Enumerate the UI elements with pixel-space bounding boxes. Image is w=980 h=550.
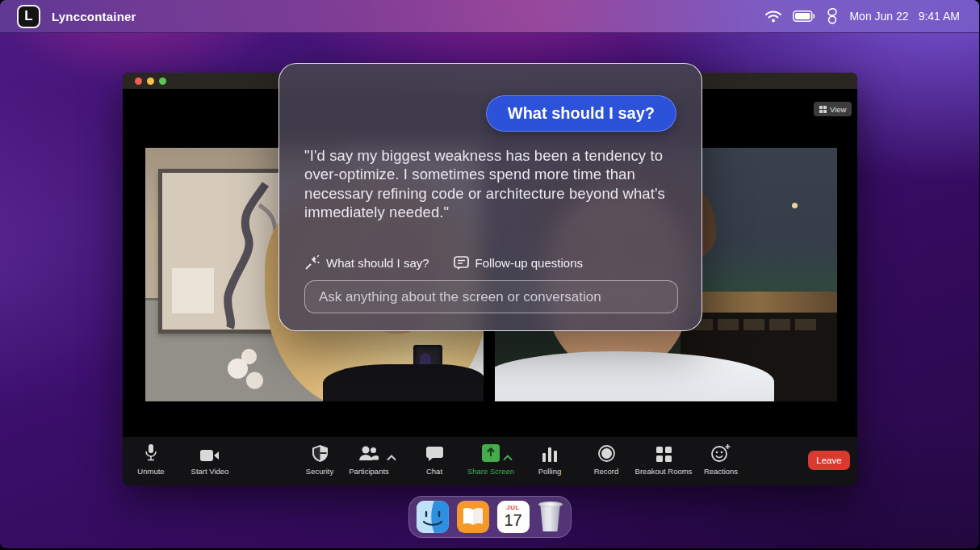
action-label: What should I say? [326,256,429,270]
person-sweater [323,364,484,401]
share-screen-icon [482,444,500,462]
toolbar-label: Participants [349,467,389,476]
calendar-icon[interactable]: JUL 17 [497,501,530,533]
toolbar-label: Chat [426,467,442,476]
polling-bars-icon [542,444,557,462]
menu-bar: L Lynccontainer Mon [0,0,979,33]
chat-button[interactable]: Chat [404,444,465,476]
books-icon[interactable] [457,501,489,533]
unmute-button[interactable]: Unmute [123,444,182,476]
trash-rim [538,502,563,507]
toolbar-label: Polling [538,467,562,476]
ask-anything-input[interactable] [304,280,678,313]
app-name: Lynccontainer [52,10,136,23]
start-video-button[interactable]: Start Video [179,444,241,476]
what-should-i-say-action[interactable]: What should I say? [305,255,429,270]
trash-body [539,504,562,531]
app-logo-letter: L [24,8,32,24]
participants-icon [359,444,379,462]
zoom-toolbar: Unmute Start Video Security [123,437,857,485]
toolbar-label: Share Screen [467,467,514,476]
app-logo[interactable]: L [17,5,40,28]
screen: Zoom Meeting [0,0,980,550]
breakout-rooms-button[interactable]: Breakout Rooms [633,444,694,476]
user-switch-icon[interactable] [827,8,838,24]
wifi-icon[interactable] [765,10,781,23]
follow-up-chat-icon [454,256,469,270]
view-button[interactable]: View [814,102,852,116]
share-screen-chevron-icon[interactable] [503,450,513,464]
record-circle-icon [598,444,615,462]
menu-bar-time[interactable]: 9:41 AM [919,10,960,23]
flowers-decor [218,342,274,401]
assistant-actions-row: What should I say? Follow-up questions [305,255,583,270]
toolbar-label: Reactions [704,467,738,476]
toolbar-label: Breakout Rooms [635,467,693,476]
grid-view-icon [819,106,827,113]
microphone-icon [144,444,157,462]
chat-bubble-icon [426,444,443,462]
video-camera-icon [200,444,220,462]
follow-up-questions-action[interactable]: Follow-up questions [454,256,583,270]
toolbar-label: Start Video [191,467,229,476]
desktop-wallpaper: Zoom Meeting [0,0,979,548]
magic-wand-icon [305,255,320,270]
action-label: Follow-up questions [475,256,583,270]
polling-button[interactable]: Polling [519,444,580,476]
assistant-overlay-panel: What should I say? "I'd say my biggest w… [279,63,702,331]
toolbar-label: Security [306,467,333,476]
toolbar-label: Unmute [137,467,164,476]
reactions-smiley-icon [711,444,731,462]
toolbar-label: Record [594,467,619,476]
menu-bar-date[interactable]: Mon Jun 22 [849,10,908,23]
calendar-day-label: 17 [504,512,521,528]
finder-icon[interactable] [417,501,449,533]
record-button[interactable]: Record [576,444,637,476]
breakout-rooms-icon [656,444,672,462]
calendar-month-label: JUL [506,504,520,511]
question-bubble: What should I say? [486,95,676,132]
view-button-label: View [830,105,846,114]
reactions-button[interactable]: Reactions [690,444,752,476]
assistant-answer-text: "I'd say my biggest weakness has been a … [304,146,684,222]
light-spot [792,203,798,208]
participants-chevron-icon[interactable] [387,450,396,464]
leave-button[interactable]: Leave [808,451,850,470]
security-shield-icon [312,444,328,462]
battery-icon[interactable] [793,10,815,22]
trash-icon[interactable] [538,502,563,532]
dock: JUL 17 [408,496,572,538]
